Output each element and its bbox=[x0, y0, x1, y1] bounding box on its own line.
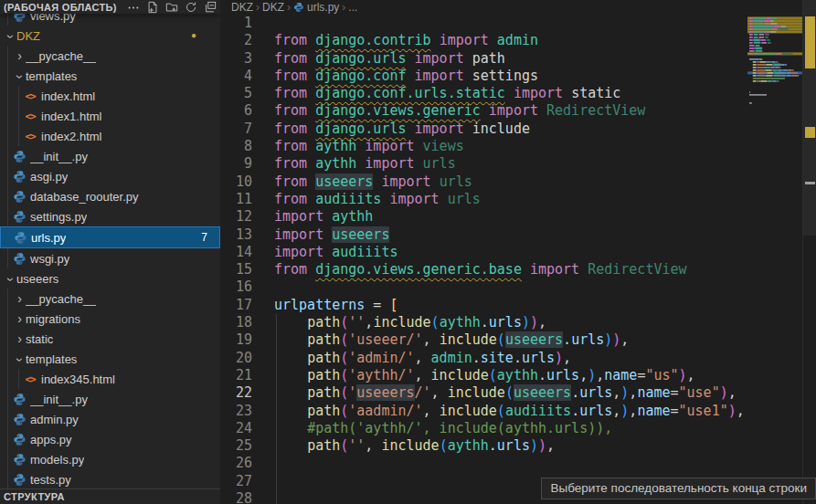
line-number[interactable]: 1 bbox=[220, 15, 252, 32]
tree-item-index345-html[interactable]: <>index345.html bbox=[0, 369, 220, 389]
tree-item-index1-html[interactable]: <>index1.html bbox=[0, 106, 220, 126]
code-line-11[interactable]: from audiiits import urls bbox=[274, 191, 747, 208]
tree-item-tests-py[interactable]: tests.py bbox=[0, 469, 220, 489]
outline-section-header[interactable]: СТРУКТУРА bbox=[0, 488, 220, 504]
line-number[interactable]: 25 bbox=[220, 437, 252, 455]
code-line-4[interactable]: from django.conf import settings bbox=[274, 68, 747, 85]
breadcrumb-item[interactable]: DKZ bbox=[262, 1, 284, 14]
code-line-20[interactable]: path('admin/', admin.site.urls), bbox=[274, 350, 747, 367]
new-folder-icon[interactable] bbox=[165, 1, 178, 14]
code-line-16[interactable] bbox=[274, 278, 747, 296]
line-number[interactable]: 19 bbox=[220, 331, 252, 349]
tree-item-views-py[interactable]: views.py bbox=[0, 14, 220, 26]
tree-item-models-py[interactable]: models.py bbox=[0, 449, 220, 469]
code-line-3[interactable]: from django.urls import path bbox=[274, 50, 747, 68]
tree-item-index-html[interactable]: <>index.html bbox=[0, 86, 220, 106]
tree-item-static[interactable]: ›static bbox=[0, 329, 220, 349]
tree-item--pycache-[interactable]: ›__pycache__ bbox=[0, 289, 220, 309]
tree-item-useeers[interactable]: ›useeers bbox=[0, 268, 220, 289]
line-number[interactable]: 6 bbox=[220, 102, 252, 120]
line-number[interactable]: 17 bbox=[220, 297, 252, 314]
more-actions-icon[interactable] bbox=[127, 1, 140, 14]
line-number[interactable]: 8 bbox=[220, 138, 252, 155]
line-number[interactable]: 13 bbox=[220, 226, 252, 244]
code-line-10[interactable]: from useeers import urls bbox=[274, 173, 747, 191]
code-line-23[interactable]: path('aadmin/', include(audiiits.urls,),… bbox=[274, 403, 747, 420]
line-number[interactable]: 28 bbox=[220, 490, 252, 504]
code-line-9[interactable]: from aythh import urls bbox=[274, 155, 747, 173]
outline-label: СТРУКТУРА bbox=[4, 491, 65, 502]
line-number[interactable]: 14 bbox=[220, 244, 252, 261]
code-line-21[interactable]: path('aythh/', include(aythh.urls,),name… bbox=[274, 367, 747, 384]
line-number[interactable]: 9 bbox=[220, 155, 252, 173]
tree-item--init-py[interactable]: __init__.py bbox=[0, 389, 220, 409]
refresh-icon[interactable] bbox=[185, 1, 197, 14]
tree-item-database-roouter-py[interactable]: database_roouter.py bbox=[0, 186, 220, 206]
code-line-22[interactable]: path('useeers/', include(useeers.urls,),… bbox=[274, 384, 747, 402]
line-number[interactable]: 27 bbox=[220, 473, 252, 490]
breadcrumb-item[interactable]: DKZ bbox=[231, 1, 253, 14]
code-line-19[interactable]: path('useeer/', include(useeers.urls)), bbox=[274, 331, 747, 349]
tree-item-urls-py[interactable]: urls.py7 bbox=[0, 226, 220, 248]
chevron-down-icon: › bbox=[5, 31, 17, 43]
overview-ruler[interactable] bbox=[802, 0, 816, 504]
code-line-24[interactable]: #path('aythh/', include(aythh.urls)), bbox=[274, 420, 747, 437]
chevron-down-icon: › bbox=[14, 71, 26, 83]
python-file-icon bbox=[12, 169, 26, 184]
line-number[interactable]: 26 bbox=[220, 455, 252, 472]
line-number[interactable]: 18 bbox=[220, 314, 252, 331]
line-number[interactable]: 20 bbox=[220, 350, 252, 367]
line-number[interactable]: 4 bbox=[220, 68, 252, 85]
code-line-18[interactable]: path('',include(aythh.urls)), bbox=[274, 314, 747, 331]
tree-item-dkz[interactable]: ›DKZ● bbox=[0, 26, 220, 46]
collapse-all-icon[interactable] bbox=[204, 1, 217, 14]
line-number[interactable]: 2 bbox=[220, 32, 252, 49]
new-file-icon[interactable] bbox=[146, 1, 159, 14]
code-line-2[interactable]: from django.contrib import admin bbox=[274, 32, 747, 49]
code-line-17[interactable]: urlpatterns = [ bbox=[274, 297, 747, 314]
tree-item-index2-html[interactable]: <>index2.html bbox=[0, 126, 220, 146]
tree-item-apps-py[interactable]: apps.py bbox=[0, 429, 220, 449]
code-line-13[interactable]: import useeers bbox=[274, 226, 747, 244]
line-number[interactable]: 24 bbox=[220, 420, 252, 437]
code-editor[interactable]: from django.contrib import adminfrom dja… bbox=[274, 15, 747, 504]
tree-item-migrations[interactable]: ›migrations bbox=[0, 309, 220, 329]
code-line-12[interactable]: import aythh bbox=[274, 208, 747, 226]
breadcrumb-item[interactable]: ... bbox=[348, 1, 357, 14]
line-number[interactable]: 3 bbox=[220, 50, 252, 68]
tree-item--init-py[interactable]: __init__.py bbox=[0, 146, 220, 166]
tree-item-settings-py[interactable]: settings.py bbox=[0, 206, 220, 226]
line-number-gutter[interactable]: 1234567891011121314151617181920212223242… bbox=[220, 15, 252, 504]
line-number[interactable]: 11 bbox=[220, 191, 252, 208]
line-number[interactable]: 21 bbox=[220, 367, 252, 384]
minimap[interactable] bbox=[747, 13, 802, 504]
tree-item-wsgi-py[interactable]: wsgi.py bbox=[0, 248, 220, 268]
line-number[interactable]: 15 bbox=[220, 261, 252, 278]
code-line-14[interactable]: import audiiits bbox=[274, 244, 747, 261]
tree-item-label: models.py bbox=[30, 453, 84, 467]
tree-item-templates[interactable]: ›templates bbox=[0, 349, 220, 369]
code-line-15[interactable]: from django.views.generic.base import Re… bbox=[274, 261, 747, 278]
breadcrumb-label: DKZ bbox=[231, 1, 253, 14]
line-number[interactable]: 16 bbox=[220, 278, 252, 296]
code-line-8[interactable]: from aythh import views bbox=[274, 138, 747, 155]
line-number[interactable]: 12 bbox=[220, 208, 252, 226]
code-line-25[interactable]: path('', include(aythh.urls)), bbox=[274, 437, 747, 455]
code-line-7[interactable]: from django.urls import include bbox=[274, 121, 747, 138]
line-number[interactable]: 5 bbox=[220, 85, 252, 102]
line-number[interactable]: 22 bbox=[220, 384, 252, 402]
code-line-5[interactable]: from django.conf.urls.static import stat… bbox=[274, 85, 747, 102]
code-line-26[interactable] bbox=[274, 455, 747, 472]
code-line-6[interactable]: from django.views.generic import Redirec… bbox=[274, 102, 747, 120]
tree-item-label: __init__.py bbox=[30, 393, 88, 406]
line-number[interactable]: 7 bbox=[220, 121, 252, 138]
tree-item-admin-py[interactable]: admin.py bbox=[0, 409, 220, 429]
breadcrumb-item[interactable]: urls.py bbox=[293, 1, 339, 14]
tree-item-templates[interactable]: ›templates bbox=[0, 66, 220, 86]
tree-item-asgi-py[interactable]: asgi.py bbox=[0, 166, 220, 186]
line-number[interactable]: 10 bbox=[220, 173, 252, 191]
explorer-section-header[interactable]: (РАБОЧАЯ ОБЛАСТЬ) ... bbox=[0, 0, 220, 14]
code-line-1[interactable] bbox=[274, 15, 747, 32]
line-number[interactable]: 23 bbox=[220, 403, 252, 420]
tree-item--pycache-[interactable]: ›__pycache__ bbox=[0, 46, 220, 66]
